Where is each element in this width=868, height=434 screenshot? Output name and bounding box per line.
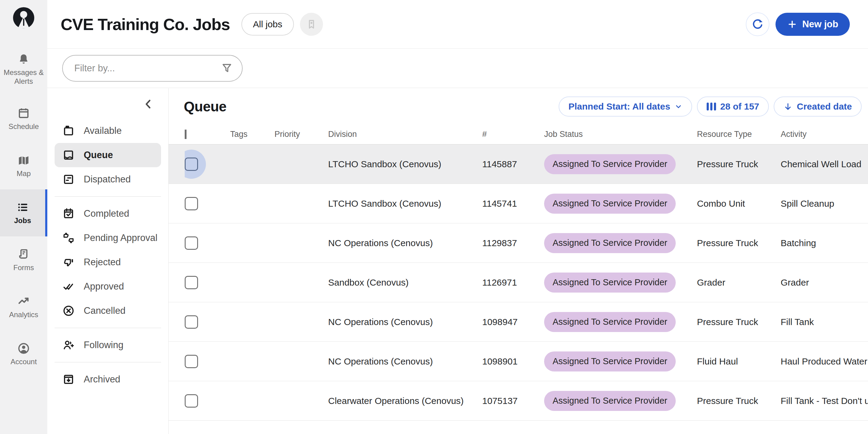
receipt-icon	[17, 248, 30, 261]
section-title: Queue	[184, 98, 226, 115]
status-item-dispatched[interactable]: Dispatched	[55, 167, 161, 192]
table-row[interactable]: NC Operations (Cenovus) 1098947 Assigned…	[168, 302, 868, 342]
double-check-icon	[62, 280, 75, 293]
status-item-following[interactable]: Following	[55, 333, 161, 357]
status-item-label: Archived	[84, 374, 120, 385]
columns-icon	[707, 103, 716, 111]
division-cell: NC Operations (Cenovus)	[328, 317, 482, 327]
new-job-button[interactable]: New job	[775, 13, 850, 36]
division-cell: LTCHO Sandbox (Cenovus)	[328, 159, 482, 169]
status-item-label: Rejected	[84, 257, 121, 268]
app-sidebar: Messages & Alerts Schedule Map Jobs Form…	[0, 0, 47, 434]
status-badge: Assigned To Service Provider	[544, 312, 676, 332]
status-item-archived[interactable]: Archived	[55, 367, 161, 392]
job-number-cell: 1145741	[482, 199, 544, 209]
status-menu: Available Queue Dispatched	[47, 88, 168, 392]
collapse-sidebar-button[interactable]	[142, 97, 155, 111]
col-header-priority: Priority	[275, 129, 328, 139]
all-jobs-button[interactable]: All jobs	[241, 13, 294, 35]
circle-x-icon	[62, 305, 75, 317]
sidebar-item-label: Forms	[13, 263, 34, 272]
job-number-cell: 1145887	[482, 159, 544, 169]
row-checkbox[interactable]	[185, 236, 198, 250]
table-header: Tags Priority Division # Job Status Reso…	[168, 124, 868, 144]
map-icon	[17, 154, 30, 167]
table-row[interactable]: Sandbox (Cenovus) 1126971 Assigned To Se…	[168, 263, 868, 302]
page-title: CVE Training Co. Jobs	[61, 15, 230, 34]
chevron-down-icon	[675, 103, 682, 111]
job-number-cell: 1126971	[482, 278, 544, 288]
thumbs-pair-icon	[62, 232, 75, 244]
status-item-label: Dispatched	[84, 174, 131, 185]
status-badge: Assigned To Service Provider	[544, 391, 676, 411]
table-row[interactable]: Clearwater Operations (Cenovus) 1075137 …	[168, 381, 868, 421]
activity-cell: Spill Cleanup	[781, 199, 868, 209]
status-item-completed[interactable]: Completed	[55, 202, 161, 226]
select-all-checkbox[interactable]	[185, 129, 187, 139]
main-area: CVE Training Co. Jobs All jobs New job	[47, 0, 868, 434]
division-cell: Clearwater Operations (Cenovus)	[328, 396, 482, 406]
status-item-rejected[interactable]: Rejected	[55, 250, 161, 274]
col-header-division: Division	[328, 129, 482, 139]
resource-type-cell: Pressure Truck	[697, 396, 781, 406]
row-checkbox[interactable]	[185, 276, 198, 289]
jobs-table-area: Queue Planned Start: All dates 28 of 157	[168, 88, 868, 434]
divider	[55, 328, 161, 328]
status-item-pending-approval[interactable]: Pending Approval	[55, 226, 161, 250]
flag-box-icon	[62, 124, 75, 137]
table-row[interactable]: NC Operations (Cenovus) 1098901 Assigned…	[168, 342, 868, 381]
table-row[interactable]: NC Operations (Cenovus) 1129837 Assigned…	[168, 223, 868, 263]
job-number-cell: 1098901	[482, 356, 544, 367]
sidebar-item-analytics[interactable]: Analytics	[0, 284, 47, 330]
divider	[55, 196, 161, 197]
sidebar-item-messages-alerts[interactable]: Messages & Alerts	[0, 43, 47, 95]
row-checkbox[interactable]	[185, 197, 198, 210]
job-number-cell: 1098947	[482, 317, 544, 327]
job-number-cell: 1129837	[482, 238, 544, 248]
status-item-queue[interactable]: Queue	[55, 143, 161, 167]
status-item-approved[interactable]: Approved	[55, 274, 161, 299]
status-item-label: Completed	[84, 208, 129, 219]
planned-start-filter-button[interactable]: Planned Start: All dates	[559, 96, 692, 117]
filter-input[interactable]	[62, 55, 243, 82]
status-item-cancelled[interactable]: Cancelled	[55, 299, 161, 323]
row-checkbox[interactable]	[185, 315, 198, 329]
status-item-label: Approved	[84, 281, 124, 292]
row-count-label: 28 of 157	[720, 102, 759, 112]
activity-cell: Chemical Well Load	[781, 159, 868, 169]
refresh-button[interactable]	[746, 12, 769, 36]
save-view-button[interactable]	[300, 13, 323, 36]
new-job-label: New job	[802, 19, 838, 30]
person-icon	[17, 342, 30, 355]
activity-cell: Grader	[781, 278, 868, 288]
resource-type-cell: Fluid Haul	[697, 356, 781, 367]
app-nav: Messages & Alerts Schedule Map Jobs Form…	[0, 43, 47, 378]
sidebar-item-schedule[interactable]: Schedule	[0, 95, 47, 142]
filter-bar	[47, 49, 868, 88]
sidebar-item-label: Messages & Alerts	[1, 68, 46, 86]
company-logo-icon	[11, 4, 36, 30]
sidebar-item-account[interactable]: Account	[0, 330, 47, 378]
sidebar-item-map[interactable]: Map	[0, 142, 47, 190]
columns-count-button[interactable]: 28 of 157	[697, 96, 769, 117]
sidebar-item-jobs[interactable]: Jobs	[0, 190, 47, 236]
trend-icon	[17, 295, 30, 308]
row-checkbox[interactable]	[185, 157, 198, 171]
funnel-icon[interactable]	[221, 62, 233, 74]
calendar-check-icon	[62, 207, 75, 220]
table-row[interactable]: LTCHO Sandbox (Cenovus) 1145741 Assigned…	[168, 184, 868, 223]
resource-type-cell: Pressure Truck	[697, 238, 781, 248]
sidebar-item-label: Analytics	[9, 310, 38, 319]
chevron-left-icon	[142, 97, 155, 111]
col-header-number: #	[482, 129, 544, 139]
row-checkbox[interactable]	[185, 355, 198, 368]
row-checkbox[interactable]	[185, 394, 198, 408]
status-item-available[interactable]: Available	[55, 119, 161, 143]
sidebar-item-forms[interactable]: Forms	[0, 236, 47, 284]
table-row[interactable]: LTCHO Sandbox (Cenovus) 1145887 Assigned…	[168, 144, 868, 184]
status-badge: Assigned To Service Provider	[544, 351, 676, 372]
sort-button[interactable]: Created date	[774, 96, 862, 117]
planned-start-label: Planned Start: All dates	[568, 102, 670, 112]
col-header-activity: Activity	[781, 129, 868, 139]
person-plus-icon	[62, 339, 75, 351]
